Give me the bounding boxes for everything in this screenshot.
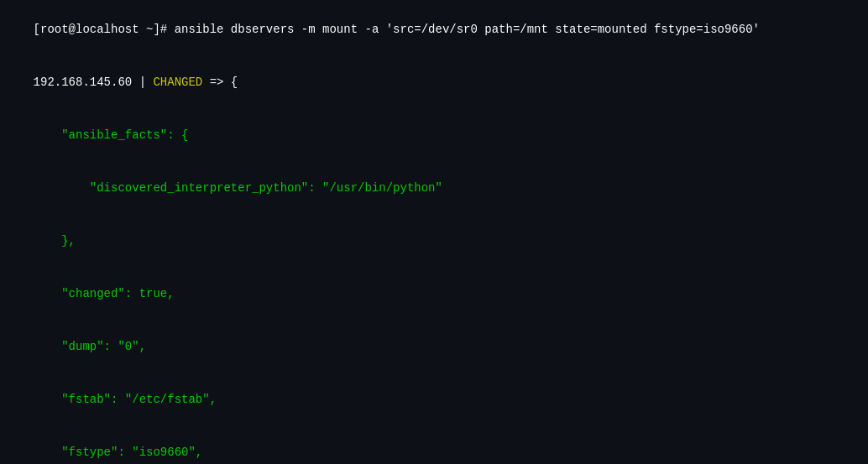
- result1-header: 192.168.145.60 | CHANGED => {: [0, 56, 868, 109]
- ip-1: 192.168.145.60 |: [34, 76, 154, 89]
- r1-fstype: "fstype": "iso9660",: [0, 426, 868, 464]
- terminal: [root@localhost ~]# ansible dbservers -m…: [0, 0, 868, 464]
- r1-interp-text: "discovered_interpreter_python": "/usr/b…: [34, 181, 442, 195]
- r1-af-close: },: [0, 215, 868, 268]
- r1-interpreter: "discovered_interpreter_python": "/usr/b…: [0, 162, 868, 215]
- r1-changed-text: "changed": true,: [34, 287, 175, 300]
- r1-af-text: "ansible_facts": {: [34, 128, 189, 142]
- prompt-1: [root@localhost ~]#: [34, 23, 175, 36]
- r1-fstab-text: "fstab": "/etc/fstab",: [34, 393, 217, 406]
- r1-dump: "dump": "0",: [0, 321, 868, 373]
- changed-label-1: CHANGED: [153, 76, 202, 89]
- r1-fstab: "fstab": "/etc/fstab",: [0, 373, 868, 426]
- command-line-1: [root@localhost ~]# ansible dbservers -m…: [0, 3, 868, 56]
- cmd-text-1: ansible dbservers -m mount -a 'src=/dev/…: [175, 23, 760, 36]
- r1-dump-text: "dump": "0",: [34, 340, 146, 353]
- r1-ansible-facts-open: "ansible_facts": {: [0, 109, 868, 162]
- arrow-1: => {: [202, 76, 238, 89]
- r1-changed: "changed": true,: [0, 268, 868, 321]
- r1-fstype-text: "fstype": "iso9660",: [34, 446, 203, 459]
- r1-af-close-text: },: [34, 234, 76, 248]
